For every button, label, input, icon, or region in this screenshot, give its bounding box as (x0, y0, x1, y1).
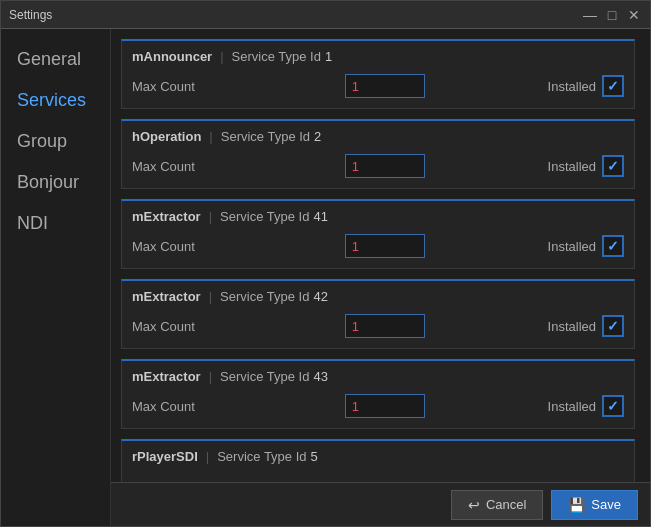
service-row-1: Max Count Installed ✓ (132, 154, 624, 178)
service-block-3: mExtractor | Service Type Id 42 Max Coun… (121, 279, 635, 349)
installed-section-1: Installed ✓ (548, 155, 624, 177)
content-area: mAnnouncer | Service Type Id 1 Max Count… (111, 29, 650, 526)
maximize-button[interactable]: □ (604, 7, 620, 23)
service-block-0: mAnnouncer | Service Type Id 1 Max Count… (121, 39, 635, 109)
cancel-label: Cancel (486, 497, 526, 512)
service-name-3: mExtractor (132, 289, 201, 304)
installed-section-3: Installed ✓ (548, 315, 624, 337)
minimize-button[interactable]: — (582, 7, 598, 23)
save-icon: 💾 (568, 497, 585, 513)
cancel-button[interactable]: ↩ Cancel (451, 490, 543, 520)
installed-checkbox-2[interactable]: ✓ (602, 235, 624, 257)
installed-section-4: Installed ✓ (548, 395, 624, 417)
service-header-0: mAnnouncer | Service Type Id 1 (132, 49, 624, 64)
service-header-4: mExtractor | Service Type Id 43 (132, 369, 624, 384)
services-list[interactable]: mAnnouncer | Service Type Id 1 Max Count… (111, 29, 650, 482)
save-label: Save (591, 497, 621, 512)
max-count-input-1[interactable] (345, 154, 425, 178)
max-count-input-2[interactable] (345, 234, 425, 258)
service-row-0: Max Count Installed ✓ (132, 74, 624, 98)
service-block-5: rPlayerSDI | Service Type Id 5 (121, 439, 635, 482)
service-type-id-3: 42 (313, 289, 327, 304)
save-button[interactable]: 💾 Save (551, 490, 638, 520)
installed-label-0: Installed (548, 79, 596, 94)
service-header-2: mExtractor | Service Type Id 41 (132, 209, 624, 224)
service-block-2: mExtractor | Service Type Id 41 Max Coun… (121, 199, 635, 269)
max-count-label-2: Max Count (132, 239, 222, 254)
sidebar-item-services[interactable]: Services (1, 80, 110, 121)
service-type-label-4: Service Type Id (220, 369, 309, 384)
service-header-1: hOperation | Service Type Id 2 (132, 129, 624, 144)
max-count-label-0: Max Count (132, 79, 222, 94)
service-type-id-4: 43 (313, 369, 327, 384)
sidebar-item-ndi[interactable]: NDI (1, 203, 110, 244)
service-header-3: mExtractor | Service Type Id 42 (132, 289, 624, 304)
installed-label-2: Installed (548, 239, 596, 254)
service-block-4: mExtractor | Service Type Id 43 Max Coun… (121, 359, 635, 429)
settings-window: Settings — □ ✕ General Services Group Bo… (0, 0, 651, 527)
sidebar-item-general[interactable]: General (1, 39, 110, 80)
cancel-icon: ↩ (468, 497, 480, 513)
installed-checkbox-3[interactable]: ✓ (602, 315, 624, 337)
titlebar: Settings — □ ✕ (1, 1, 650, 29)
installed-label-1: Installed (548, 159, 596, 174)
installed-checkbox-1[interactable]: ✓ (602, 155, 624, 177)
service-type-id-1: 2 (314, 129, 321, 144)
max-count-label-3: Max Count (132, 319, 222, 334)
service-type-id-0: 1 (325, 49, 332, 64)
service-type-label-2: Service Type Id (220, 209, 309, 224)
service-type-label-0: Service Type Id (232, 49, 321, 64)
service-type-label-3: Service Type Id (220, 289, 309, 304)
footer: ↩ Cancel 💾 Save (111, 482, 650, 526)
service-name-5: rPlayerSDI (132, 449, 198, 464)
service-row-4: Max Count Installed ✓ (132, 394, 624, 418)
installed-section-2: Installed ✓ (548, 235, 624, 257)
service-name-4: mExtractor (132, 369, 201, 384)
max-count-input-3[interactable] (345, 314, 425, 338)
main-content: General Services Group Bonjour NDI mAnno (1, 29, 650, 526)
max-count-label-4: Max Count (132, 399, 222, 414)
service-type-id-2: 41 (313, 209, 327, 224)
service-name-2: mExtractor (132, 209, 201, 224)
sidebar: General Services Group Bonjour NDI (1, 29, 111, 526)
installed-label-3: Installed (548, 319, 596, 334)
service-name-1: hOperation (132, 129, 201, 144)
window-controls: — □ ✕ (582, 7, 642, 23)
service-header-5: rPlayerSDI | Service Type Id 5 (132, 449, 624, 464)
installed-section-0: Installed ✓ (548, 75, 624, 97)
service-block-1: hOperation | Service Type Id 2 Max Count… (121, 119, 635, 189)
service-type-id-5: 5 (311, 449, 318, 464)
window-title: Settings (9, 8, 52, 22)
installed-checkbox-0[interactable]: ✓ (602, 75, 624, 97)
service-type-label-5: Service Type Id (217, 449, 306, 464)
sidebar-item-bonjour[interactable]: Bonjour (1, 162, 110, 203)
sidebar-item-group[interactable]: Group (1, 121, 110, 162)
max-count-input-0[interactable] (345, 74, 425, 98)
max-count-input-4[interactable] (345, 394, 425, 418)
installed-checkbox-4[interactable]: ✓ (602, 395, 624, 417)
close-button[interactable]: ✕ (626, 7, 642, 23)
installed-label-4: Installed (548, 399, 596, 414)
service-row-3: Max Count Installed ✓ (132, 314, 624, 338)
service-row-2: Max Count Installed ✓ (132, 234, 624, 258)
service-type-label-1: Service Type Id (221, 129, 310, 144)
service-name-0: mAnnouncer (132, 49, 212, 64)
max-count-label-1: Max Count (132, 159, 222, 174)
